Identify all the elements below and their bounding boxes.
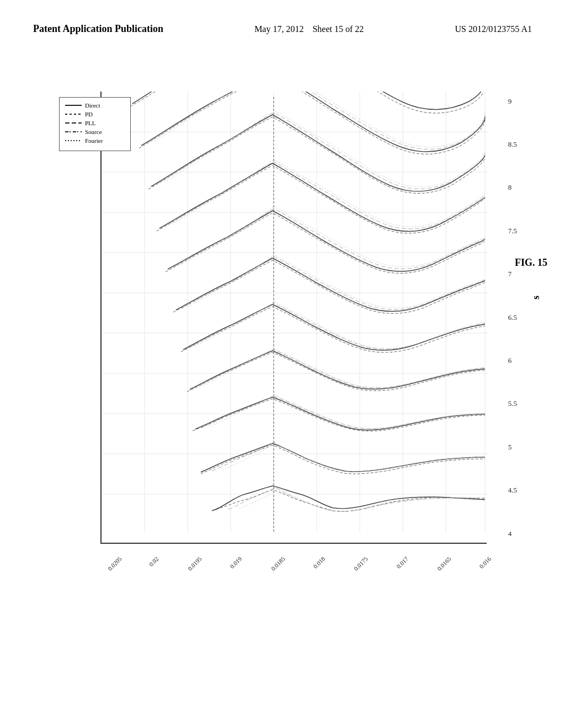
legend-label-fourier: Fourier — [85, 137, 103, 144]
legend-item-direct: Direct — [65, 102, 125, 109]
legend-item-source: Source — [65, 129, 125, 135]
legend-label-pll: PLL — [85, 120, 96, 126]
x-label-3: 0.019 — [228, 555, 243, 570]
fig-text: FIG. 15 — [515, 257, 547, 269]
legend-line-pll — [65, 122, 82, 124]
x-label-6: 0.0175 — [353, 555, 369, 572]
y-label-8-5: 8.5 — [508, 140, 517, 149]
y-label-5-5: 5.5 — [508, 399, 517, 408]
y-label-7: 7 — [508, 270, 512, 279]
legend-label-direct: Direct — [85, 102, 100, 109]
s-axis-label: s — [530, 296, 542, 299]
x-label-0: 0.0205 — [106, 555, 123, 572]
y-label-6-5: 6.5 — [508, 313, 517, 322]
y-label-4: 4 — [508, 529, 512, 538]
x-label-9: 0.016 — [478, 555, 492, 570]
y-label-5: 5 — [508, 443, 512, 452]
legend-line-fourier — [65, 140, 82, 141]
x-label-7: 0.017 — [395, 555, 409, 570]
x-axis-bottom: 0.0205 0.02 0.0195 0.019 0.0185 0.018 0.… — [102, 555, 488, 562]
y-label-8: 8 — [508, 183, 512, 192]
legend-line-pd — [65, 114, 82, 115]
publication-title: Patent Application Publication — [33, 22, 163, 36]
page-header: Patent Application Publication May 17, 2… — [0, 0, 565, 47]
x-label-1: 0.02 — [148, 555, 160, 568]
legend-item-pd: PD — [65, 111, 125, 117]
x-label-4: 0.0185 — [270, 555, 286, 572]
patent-number: US 2012/0123755 A1 — [455, 22, 532, 36]
y-label-9: 9 — [508, 97, 512, 106]
chart-area: 9 8.5 8 7.5 7 6.5 6 5.5 5 4.5 4 0.0205 0… — [100, 92, 487, 544]
chart-svg — [102, 92, 488, 544]
figure-label: FIG. 15 — [515, 257, 547, 269]
chart-legend: Direct PD PLL Source Fourier — [59, 97, 131, 151]
y-label-4-5: 4.5 — [508, 486, 517, 495]
legend-label-pd: PD — [85, 111, 93, 117]
legend-item-pll: PLL — [65, 120, 125, 126]
x-label-2: 0.0195 — [186, 555, 203, 572]
y-label-6: 6 — [508, 356, 512, 365]
x-label-8: 0.0165 — [436, 555, 452, 572]
x-label-5: 0.018 — [312, 555, 326, 570]
legend-item-fourier: Fourier — [65, 137, 125, 144]
legend-label-source: Source — [85, 129, 102, 135]
legend-line-source — [65, 131, 82, 132]
figure-container: Direct PD PLL Source Fourier — [56, 81, 531, 604]
sheet-info: Sheet 15 of 22 — [312, 24, 364, 34]
legend-line-direct — [65, 105, 82, 106]
y-label-7-5: 7.5 — [508, 227, 517, 235]
pub-date: May 17, 2012 — [254, 24, 303, 34]
y-axis-right: 9 8.5 8 7.5 7 6.5 6 5.5 5 4.5 4 — [508, 92, 517, 544]
publication-date-sheet: May 17, 2012 Sheet 15 of 22 — [254, 22, 364, 36]
